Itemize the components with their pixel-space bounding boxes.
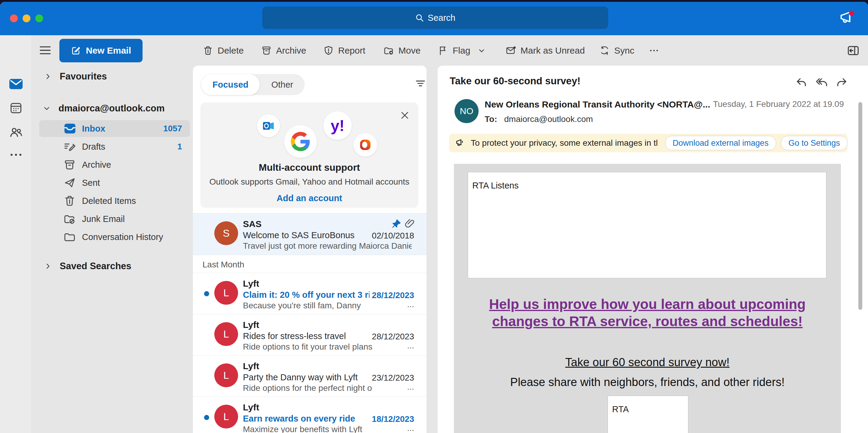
unread-dot: [204, 415, 209, 420]
tab-other-label: Other: [271, 80, 293, 90]
saved-searches-group[interactable]: Saved Searches: [44, 261, 131, 272]
chevron-right-icon: [44, 262, 52, 270]
filter-icon[interactable]: [415, 78, 426, 89]
announcements-icon[interactable]: [837, 8, 856, 27]
folder-label: Archive: [82, 160, 111, 170]
new-email-label: New Email: [86, 45, 131, 56]
tab-focused[interactable]: Focused: [201, 74, 260, 95]
sync-button[interactable]: Sync: [599, 41, 634, 60]
zoom-window-button[interactable]: [35, 14, 43, 22]
search-placeholder: Search: [428, 13, 456, 23]
favourites-label: Favourites: [60, 71, 107, 82]
email-subject: Rides for stress-less travel: [243, 331, 370, 341]
favourites-group[interactable]: Favourites: [44, 71, 107, 82]
unread-dot: [204, 291, 209, 296]
email-row-lyft-1[interactable]: L Lyft Claim it: 20 % off your next 3 ri…: [193, 273, 427, 314]
section-label: Last Month: [203, 260, 244, 269]
email-row-lyft-3[interactable]: L Lyft Party the Danny way with Lyft 23/…: [193, 355, 427, 397]
collapse-pane-icon[interactable]: [846, 44, 860, 58]
email-sender: Lyft: [243, 320, 259, 330]
chevron-right-icon: [44, 73, 52, 80]
blocked-image-placeholder: RTA: [608, 396, 688, 433]
sidebar-item-deleted-items[interactable]: Deleted Items: [39, 192, 190, 209]
hamburger-menu-icon[interactable]: [39, 45, 51, 56]
survey-heading-link[interactable]: Help us improve how you learn about upco…: [484, 296, 811, 330]
rail-calendar-tab[interactable]: [0, 101, 32, 115]
trash-icon: [63, 195, 76, 207]
report-button[interactable]: Report: [323, 41, 365, 60]
avatar: L: [214, 322, 238, 346]
office-logo-icon: [353, 133, 377, 157]
rail-mail-tab[interactable]: [0, 77, 32, 91]
minimize-window-button[interactable]: [23, 14, 30, 22]
search-input[interactable]: Search: [262, 7, 608, 29]
archive-button[interactable]: Archive: [261, 41, 306, 60]
to-address: dmaiorca@outlook.com: [504, 114, 593, 124]
close-icon[interactable]: [400, 110, 410, 121]
sidebar-item-sent[interactable]: Sent: [39, 174, 190, 191]
mail-icon: [8, 77, 24, 91]
more-icon[interactable]: ...: [407, 423, 414, 433]
promo-subtitle: Outlook supports Gmail, Yahoo and Hotmai…: [200, 177, 418, 187]
email-row-sas[interactable]: S SAS Welcome to SAS EuroBonus 02/10/201…: [193, 213, 427, 255]
sidebar-item-archive[interactable]: Archive: [39, 156, 190, 173]
reading-pane-scrollbar[interactable]: [858, 102, 862, 310]
mark-as-unread-button[interactable]: Mark as Unread: [505, 41, 585, 60]
email-row-lyft-4[interactable]: L Lyft Earn rewards on every ride 18/12/…: [193, 397, 427, 433]
blocked-image-placeholder: RTA Listens: [468, 172, 827, 278]
more-icon[interactable]: ...: [407, 382, 414, 392]
rail-people-tab[interactable]: [0, 125, 32, 139]
email-preview: Ride options for the perfect night out: [243, 383, 373, 393]
email-sender: SAS: [243, 219, 261, 229]
email-date: 02/10/2018: [372, 231, 414, 241]
outlook-logo-icon: [257, 114, 280, 137]
email-date: 28/12/2023: [372, 332, 414, 341]
archive-label: Archive: [276, 45, 306, 56]
yahoo-logo-icon: y!: [323, 111, 352, 140]
email-preview: Ride options to fit your travel plans: [243, 342, 373, 352]
survey-now-link[interactable]: Take our 60 second survey now!: [454, 356, 841, 369]
flag-button[interactable]: Flag: [438, 41, 486, 60]
sync-icon: [599, 45, 610, 56]
more-icon[interactable]: ...: [407, 341, 414, 351]
chevron-down-icon[interactable]: [477, 46, 486, 55]
email-sender: Lyft: [243, 361, 259, 371]
sidebar-item-inbox[interactable]: Inbox 1057: [39, 120, 190, 137]
reply-all-icon[interactable]: [815, 76, 828, 89]
archive-icon: [63, 158, 76, 171]
move-button[interactable]: Move: [383, 41, 421, 60]
download-external-images-button[interactable]: Download external images: [665, 136, 776, 150]
add-account-link[interactable]: Add an account: [200, 193, 418, 203]
go-to-settings-button[interactable]: Go to Settings: [781, 136, 847, 150]
paperclip-icon: [404, 218, 415, 229]
folder-label: Sent: [82, 178, 100, 188]
multi-account-promo-card: y! Multi-account support Outlook support…: [200, 102, 418, 208]
account-group[interactable]: dmaiorca@outlook.com: [43, 103, 164, 114]
report-label: Report: [338, 45, 365, 56]
email-row-lyft-2[interactable]: L Lyft Rides for stress-less travel 28/1…: [193, 314, 427, 356]
to-label: To:: [485, 114, 497, 124]
rail-more-apps[interactable]: [0, 150, 32, 159]
avatar: L: [214, 405, 238, 429]
tab-other[interactable]: Other: [260, 74, 305, 95]
email-subject: Claim it: 20 % off your next 3 rid...: [243, 290, 370, 300]
message-date: Tuesday, 1 February 2022 at 19.09: [713, 99, 844, 109]
sidebar-item-conversation-history[interactable]: Conversation History: [39, 229, 190, 245]
new-email-button[interactable]: New Email: [59, 39, 143, 62]
avatar: L: [214, 281, 238, 305]
recipient-line: To: dmaiorca@outlook.com: [485, 114, 593, 124]
folder-label: Drafts: [82, 142, 105, 152]
delete-label: Delete: [218, 45, 244, 56]
more-icon[interactable]: ...: [407, 300, 414, 309]
sidebar-item-drafts[interactable]: Drafts 1: [39, 138, 190, 155]
reply-icon[interactable]: [795, 76, 808, 89]
delete-button[interactable]: Delete: [203, 41, 244, 60]
more-commands-button[interactable]: [648, 41, 660, 60]
yahoo-logo-text: y!: [331, 116, 344, 135]
email-date: 18/12/2023: [372, 414, 414, 424]
inbox-icon: [63, 123, 76, 135]
mark-as-unread-label: Mark as Unread: [521, 45, 585, 56]
sidebar-item-junk-email[interactable]: Junk Email: [39, 210, 190, 227]
close-window-button[interactable]: [10, 14, 18, 22]
forward-icon[interactable]: [835, 76, 848, 89]
